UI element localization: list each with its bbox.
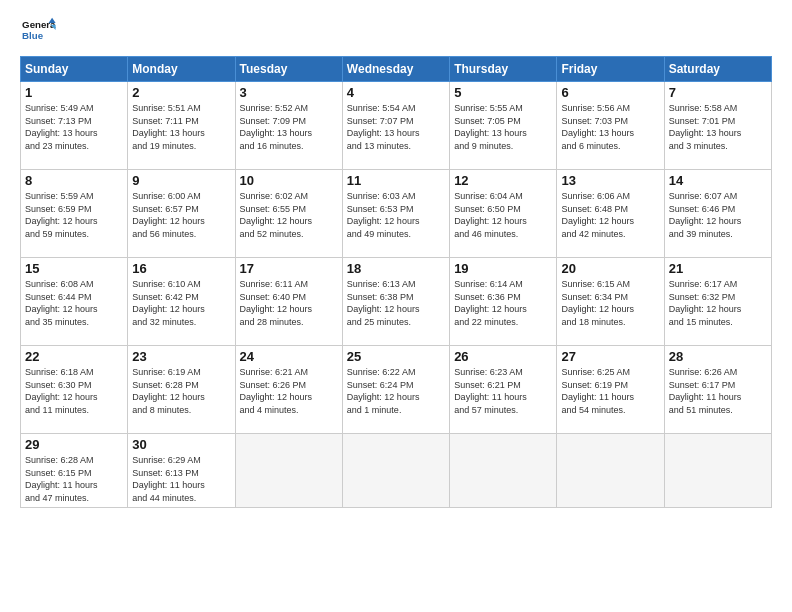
calendar-cell xyxy=(342,434,449,508)
calendar-cell xyxy=(664,434,771,508)
day-info: Sunrise: 5:49 AM Sunset: 7:13 PM Dayligh… xyxy=(25,102,123,152)
day-number: 16 xyxy=(132,261,230,276)
day-info: Sunrise: 6:02 AM Sunset: 6:55 PM Dayligh… xyxy=(240,190,338,240)
logo-icon: General Blue xyxy=(20,16,56,46)
day-info: Sunrise: 6:13 AM Sunset: 6:38 PM Dayligh… xyxy=(347,278,445,328)
day-info: Sunrise: 6:15 AM Sunset: 6:34 PM Dayligh… xyxy=(561,278,659,328)
calendar-cell: 14Sunrise: 6:07 AM Sunset: 6:46 PM Dayli… xyxy=(664,170,771,258)
weekday-thursday: Thursday xyxy=(450,57,557,82)
day-number: 8 xyxy=(25,173,123,188)
calendar-cell: 16Sunrise: 6:10 AM Sunset: 6:42 PM Dayli… xyxy=(128,258,235,346)
day-info: Sunrise: 5:59 AM Sunset: 6:59 PM Dayligh… xyxy=(25,190,123,240)
day-number: 18 xyxy=(347,261,445,276)
day-number: 21 xyxy=(669,261,767,276)
day-number: 10 xyxy=(240,173,338,188)
week-row-2: 8Sunrise: 5:59 AM Sunset: 6:59 PM Daylig… xyxy=(21,170,772,258)
calendar-cell: 19Sunrise: 6:14 AM Sunset: 6:36 PM Dayli… xyxy=(450,258,557,346)
weekday-sunday: Sunday xyxy=(21,57,128,82)
day-info: Sunrise: 6:26 AM Sunset: 6:17 PM Dayligh… xyxy=(669,366,767,416)
day-number: 23 xyxy=(132,349,230,364)
day-info: Sunrise: 6:18 AM Sunset: 6:30 PM Dayligh… xyxy=(25,366,123,416)
day-number: 11 xyxy=(347,173,445,188)
day-number: 13 xyxy=(561,173,659,188)
day-info: Sunrise: 6:22 AM Sunset: 6:24 PM Dayligh… xyxy=(347,366,445,416)
day-info: Sunrise: 6:07 AM Sunset: 6:46 PM Dayligh… xyxy=(669,190,767,240)
calendar-cell: 25Sunrise: 6:22 AM Sunset: 6:24 PM Dayli… xyxy=(342,346,449,434)
calendar-cell: 27Sunrise: 6:25 AM Sunset: 6:19 PM Dayli… xyxy=(557,346,664,434)
weekday-tuesday: Tuesday xyxy=(235,57,342,82)
calendar-cell: 15Sunrise: 6:08 AM Sunset: 6:44 PM Dayli… xyxy=(21,258,128,346)
day-info: Sunrise: 6:19 AM Sunset: 6:28 PM Dayligh… xyxy=(132,366,230,416)
day-number: 27 xyxy=(561,349,659,364)
calendar-cell: 13Sunrise: 6:06 AM Sunset: 6:48 PM Dayli… xyxy=(557,170,664,258)
calendar-cell: 4Sunrise: 5:54 AM Sunset: 7:07 PM Daylig… xyxy=(342,82,449,170)
day-number: 14 xyxy=(669,173,767,188)
day-info: Sunrise: 6:25 AM Sunset: 6:19 PM Dayligh… xyxy=(561,366,659,416)
day-number: 25 xyxy=(347,349,445,364)
calendar-cell: 17Sunrise: 6:11 AM Sunset: 6:40 PM Dayli… xyxy=(235,258,342,346)
header: General Blue xyxy=(20,16,772,46)
day-number: 9 xyxy=(132,173,230,188)
calendar-cell: 20Sunrise: 6:15 AM Sunset: 6:34 PM Dayli… xyxy=(557,258,664,346)
day-number: 4 xyxy=(347,85,445,100)
svg-text:Blue: Blue xyxy=(22,30,44,41)
day-number: 28 xyxy=(669,349,767,364)
day-number: 7 xyxy=(669,85,767,100)
day-number: 12 xyxy=(454,173,552,188)
day-info: Sunrise: 6:21 AM Sunset: 6:26 PM Dayligh… xyxy=(240,366,338,416)
day-number: 30 xyxy=(132,437,230,452)
day-number: 17 xyxy=(240,261,338,276)
day-info: Sunrise: 5:55 AM Sunset: 7:05 PM Dayligh… xyxy=(454,102,552,152)
day-info: Sunrise: 6:04 AM Sunset: 6:50 PM Dayligh… xyxy=(454,190,552,240)
calendar-cell: 12Sunrise: 6:04 AM Sunset: 6:50 PM Dayli… xyxy=(450,170,557,258)
week-row-5: 29Sunrise: 6:28 AM Sunset: 6:15 PM Dayli… xyxy=(21,434,772,508)
calendar-cell: 6Sunrise: 5:56 AM Sunset: 7:03 PM Daylig… xyxy=(557,82,664,170)
logo: General Blue xyxy=(20,16,56,46)
calendar-cell: 10Sunrise: 6:02 AM Sunset: 6:55 PM Dayli… xyxy=(235,170,342,258)
weekday-wednesday: Wednesday xyxy=(342,57,449,82)
week-row-4: 22Sunrise: 6:18 AM Sunset: 6:30 PM Dayli… xyxy=(21,346,772,434)
calendar-cell xyxy=(557,434,664,508)
day-info: Sunrise: 6:03 AM Sunset: 6:53 PM Dayligh… xyxy=(347,190,445,240)
calendar-cell: 22Sunrise: 6:18 AM Sunset: 6:30 PM Dayli… xyxy=(21,346,128,434)
day-info: Sunrise: 5:51 AM Sunset: 7:11 PM Dayligh… xyxy=(132,102,230,152)
weekday-monday: Monday xyxy=(128,57,235,82)
day-number: 20 xyxy=(561,261,659,276)
day-info: Sunrise: 6:14 AM Sunset: 6:36 PM Dayligh… xyxy=(454,278,552,328)
weekday-saturday: Saturday xyxy=(664,57,771,82)
calendar-cell: 9Sunrise: 6:00 AM Sunset: 6:57 PM Daylig… xyxy=(128,170,235,258)
day-number: 1 xyxy=(25,85,123,100)
calendar-cell: 5Sunrise: 5:55 AM Sunset: 7:05 PM Daylig… xyxy=(450,82,557,170)
day-info: Sunrise: 6:29 AM Sunset: 6:13 PM Dayligh… xyxy=(132,454,230,504)
calendar-cell: 24Sunrise: 6:21 AM Sunset: 6:26 PM Dayli… xyxy=(235,346,342,434)
calendar-cell: 7Sunrise: 5:58 AM Sunset: 7:01 PM Daylig… xyxy=(664,82,771,170)
calendar-cell: 8Sunrise: 5:59 AM Sunset: 6:59 PM Daylig… xyxy=(21,170,128,258)
week-row-3: 15Sunrise: 6:08 AM Sunset: 6:44 PM Dayli… xyxy=(21,258,772,346)
calendar-table: SundayMondayTuesdayWednesdayThursdayFrid… xyxy=(20,56,772,508)
day-number: 3 xyxy=(240,85,338,100)
calendar-cell: 26Sunrise: 6:23 AM Sunset: 6:21 PM Dayli… xyxy=(450,346,557,434)
day-info: Sunrise: 6:06 AM Sunset: 6:48 PM Dayligh… xyxy=(561,190,659,240)
calendar-cell xyxy=(235,434,342,508)
calendar-cell: 23Sunrise: 6:19 AM Sunset: 6:28 PM Dayli… xyxy=(128,346,235,434)
day-info: Sunrise: 6:17 AM Sunset: 6:32 PM Dayligh… xyxy=(669,278,767,328)
day-number: 15 xyxy=(25,261,123,276)
day-number: 19 xyxy=(454,261,552,276)
day-number: 5 xyxy=(454,85,552,100)
week-row-1: 1Sunrise: 5:49 AM Sunset: 7:13 PM Daylig… xyxy=(21,82,772,170)
day-info: Sunrise: 5:56 AM Sunset: 7:03 PM Dayligh… xyxy=(561,102,659,152)
day-info: Sunrise: 6:08 AM Sunset: 6:44 PM Dayligh… xyxy=(25,278,123,328)
calendar-cell: 30Sunrise: 6:29 AM Sunset: 6:13 PM Dayli… xyxy=(128,434,235,508)
calendar-cell: 29Sunrise: 6:28 AM Sunset: 6:15 PM Dayli… xyxy=(21,434,128,508)
calendar-cell: 21Sunrise: 6:17 AM Sunset: 6:32 PM Dayli… xyxy=(664,258,771,346)
day-number: 24 xyxy=(240,349,338,364)
day-number: 26 xyxy=(454,349,552,364)
day-number: 29 xyxy=(25,437,123,452)
day-info: Sunrise: 6:23 AM Sunset: 6:21 PM Dayligh… xyxy=(454,366,552,416)
day-info: Sunrise: 6:00 AM Sunset: 6:57 PM Dayligh… xyxy=(132,190,230,240)
calendar-cell: 2Sunrise: 5:51 AM Sunset: 7:11 PM Daylig… xyxy=(128,82,235,170)
weekday-friday: Friday xyxy=(557,57,664,82)
day-info: Sunrise: 6:10 AM Sunset: 6:42 PM Dayligh… xyxy=(132,278,230,328)
day-info: Sunrise: 5:52 AM Sunset: 7:09 PM Dayligh… xyxy=(240,102,338,152)
calendar-cell: 11Sunrise: 6:03 AM Sunset: 6:53 PM Dayli… xyxy=(342,170,449,258)
